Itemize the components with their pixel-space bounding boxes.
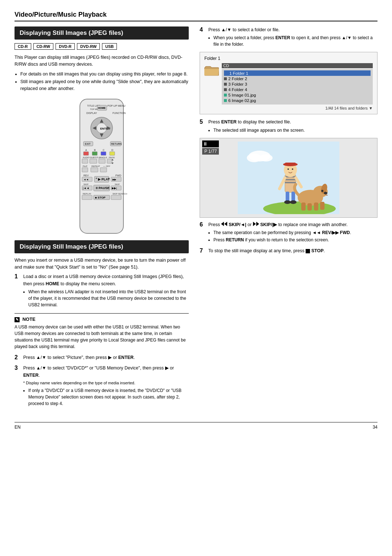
skip-right-icon	[253, 222, 256, 226]
folder-img-bullet-icon	[224, 94, 227, 97]
step6-bullet2: Press RETURN if you wish to return to th…	[213, 237, 351, 243]
skip-left-icon2	[224, 222, 227, 226]
svg-text:■ STOP: ■ STOP	[95, 196, 106, 199]
step6-bullet1: The same operation can be performed by p…	[213, 229, 351, 236]
badge-dvdr: DVD-R	[56, 43, 75, 50]
step3-footnote: * Display name varies depending on the t…	[23, 380, 189, 386]
bullet-item: For details on the still images that you…	[20, 71, 189, 78]
folder-list-item: 3 Folder 3	[224, 81, 371, 87]
svg-text:EXIT: EXIT	[85, 143, 91, 145]
svg-text:◄: ◄	[95, 177, 97, 179]
svg-text:— OFF: — OFF	[103, 165, 110, 167]
svg-point-81	[290, 200, 297, 204]
folder-bullet-icon	[224, 77, 227, 80]
svg-text:◄◄: ◄◄	[83, 178, 89, 181]
svg-point-88	[324, 192, 327, 194]
step4-num: 4	[200, 26, 206, 48]
remote-illustration: TITLE LIST TOP MENU HOME POP-UP MENU DIS…	[15, 97, 189, 235]
stop-icon	[306, 249, 310, 253]
step7-text: To stop the still image display at any t…	[208, 248, 325, 253]
svg-rect-34	[107, 159, 112, 163]
step3-num: 3	[15, 365, 21, 408]
svg-text:POP-UP MENU: POP-UP MENU	[107, 105, 125, 107]
svg-rect-23	[83, 152, 89, 155]
step5-bullet: The selected still image appears on the …	[213, 127, 305, 134]
svg-text:▶▶: ▶▶	[113, 178, 117, 181]
step1-content: Load a disc or insert a USB memory devic…	[23, 273, 189, 309]
folder-bullet-icon	[224, 88, 227, 91]
svg-text:RETURN: RETURN	[111, 143, 122, 145]
footer-left: EN	[15, 425, 21, 430]
svg-rect-33	[99, 159, 105, 163]
svg-text:REPEAT: REPEAT	[91, 165, 100, 167]
svg-rect-78	[286, 192, 289, 202]
section1-header: Displaying Still Images (JPEG files)	[15, 26, 189, 40]
svg-point-76	[287, 168, 289, 170]
svg-text:▶▶|: ▶▶|	[112, 187, 117, 190]
note-box: ✎ NOTE A USB memory device can be used w…	[15, 313, 189, 350]
svg-rect-91	[314, 203, 318, 210]
folder-list-item: 5 Image 01.jpg	[224, 92, 371, 98]
svg-rect-32	[90, 159, 97, 163]
svg-text:FWD: FWD	[115, 174, 121, 177]
badge-cdrw: CD-RW	[33, 43, 54, 50]
svg-text:FUNCTION: FUNCTION	[113, 112, 126, 114]
folder-bullet-icon	[225, 72, 228, 75]
svg-rect-24	[92, 152, 97, 155]
svg-point-94	[247, 154, 261, 162]
step6: 6 Press SKIP/◄| or SKIP/|▶ to replace on…	[200, 221, 377, 244]
folder-list-item: 4 Folder 4	[224, 87, 371, 92]
step3-content: Press ▲/▼ to select "DVD/CD*" or "USB Me…	[23, 365, 189, 408]
step4-bullet: When you select a folder, press ENTER to…	[213, 34, 377, 48]
step4: 4 Press ▲/▼ to select a folder or file. …	[200, 26, 377, 48]
folder-title: Folder 1	[204, 56, 373, 61]
svg-rect-41	[91, 168, 98, 172]
folder-footer: 1/All 14 files and folders ▼	[222, 106, 373, 110]
bullet-item: Still images are played one by one while…	[20, 78, 189, 92]
svg-rect-31	[82, 159, 88, 163]
page-title: Video/Picture/Music Playback	[15, 11, 377, 21]
folder-img-bullet-icon	[224, 99, 227, 102]
note-text: A USB memory device can be used with eit…	[15, 324, 189, 350]
svg-rect-66	[111, 195, 121, 200]
svg-rect-63	[82, 195, 92, 200]
svg-text:DISPLAY: DISPLAY	[86, 112, 97, 114]
badge-dvdrw: DVD-RW	[77, 43, 100, 50]
media-badges: CD-R CD-RW DVD-R DVD-RW USB	[15, 43, 189, 50]
folder-list-item: 1 Folder 1	[224, 70, 371, 76]
folder-list-item: 2 Folder 2	[224, 76, 371, 81]
folder-list: 1 Folder 1 2 Folder 2 3 Folder 3 4	[222, 69, 373, 105]
folder-list-item: 6 Image 02.jpg	[224, 98, 371, 103]
footer-bar: EN 34	[15, 422, 377, 430]
step6-text: Press SKIP/◄| or SKIP/|▶ to replace one …	[208, 222, 348, 227]
svg-text:AUDIO: AUDIO	[83, 156, 90, 159]
folder-box: Folder 1 CD 1 Folder 1	[200, 52, 377, 114]
svg-text:A: A	[85, 149, 87, 151]
step5-content: Press ENTER to display the selected file…	[208, 119, 305, 134]
still-image-overlay: II P 1/77	[202, 140, 219, 155]
page-number-indicator: P 1/77	[202, 148, 219, 155]
section1-intro: This Player can display still images (JP…	[15, 54, 189, 68]
still-image-box: II P 1/77	[200, 138, 377, 218]
svg-text:|◄◄: |◄◄	[83, 187, 89, 190]
step5-text: Press ENTER to display the selected file…	[208, 119, 291, 124]
svg-text:SKIP SEARCH: SKIP SEARCH	[113, 193, 127, 195]
section2-intro: When you insert or remove a USB memory d…	[15, 257, 189, 271]
folder-list-header: CD	[222, 63, 373, 68]
step7-content: To stop the still image display at any t…	[208, 248, 325, 254]
skip-left-icon	[221, 222, 224, 226]
step7-num: 7	[200, 248, 206, 254]
step2-content: Press ▲/▼ to select "Picture", then pres…	[23, 354, 135, 361]
svg-rect-42	[100, 168, 107, 172]
step1: 1 Load a disc or insert a USB memory dev…	[15, 273, 189, 309]
step2-text: Press ▲/▼ to select "Picture", then pres…	[23, 355, 135, 360]
step3-text: Press ▲/▼ to select "DVD/CD*" or "USB Me…	[23, 365, 174, 377]
note-title: ✎ NOTE	[15, 316, 189, 322]
badge-cdr: CD-R	[15, 43, 31, 50]
svg-text:SUBTITLE: SUBTITLE	[90, 156, 101, 159]
svg-text:SKIP: SKIP	[115, 183, 120, 185]
footer-right: 34	[373, 425, 377, 430]
svg-point-80	[284, 200, 291, 204]
step5: 5 Press ENTER to display the selected fi…	[200, 119, 377, 134]
section1-bullets: For details on the still images that you…	[20, 71, 189, 92]
